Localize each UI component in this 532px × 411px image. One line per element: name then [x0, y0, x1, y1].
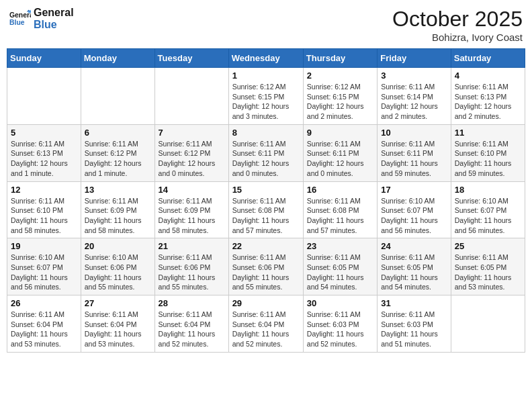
day-info: Sunrise: 6:11 AM Sunset: 6:05 PM Dayligh… — [307, 253, 373, 292]
day-cell: 26Sunrise: 6:11 AM Sunset: 6:04 PM Dayli… — [7, 295, 81, 353]
day-number: 15 — [232, 185, 300, 195]
weekday-header-tuesday: Tuesday — [154, 49, 228, 68]
day-cell: 15Sunrise: 6:11 AM Sunset: 6:08 PM Dayli… — [228, 181, 303, 238]
day-number: 26 — [11, 298, 77, 308]
day-info: Sunrise: 6:11 AM Sunset: 6:09 PM Dayligh… — [159, 196, 225, 236]
day-cell — [154, 68, 228, 125]
day-cell: 27Sunrise: 6:11 AM Sunset: 6:04 PM Dayli… — [81, 295, 154, 353]
day-number: 4 — [455, 71, 521, 81]
day-cell: 25Sunrise: 6:11 AM Sunset: 6:05 PM Dayli… — [451, 238, 525, 295]
day-cell: 20Sunrise: 6:10 AM Sunset: 6:06 PM Dayli… — [81, 238, 154, 295]
day-info: Sunrise: 6:10 AM Sunset: 6:06 PM Dayligh… — [85, 253, 151, 292]
weekday-header-sunday: Sunday — [7, 49, 81, 68]
day-number: 2 — [307, 71, 373, 81]
day-number: 30 — [307, 298, 373, 308]
day-info: Sunrise: 6:11 AM Sunset: 6:11 PM Dayligh… — [381, 139, 447, 179]
day-info: Sunrise: 6:11 AM Sunset: 6:11 PM Dayligh… — [307, 139, 373, 179]
day-info: Sunrise: 6:11 AM Sunset: 6:04 PM Dayligh… — [11, 310, 77, 349]
day-info: Sunrise: 6:11 AM Sunset: 6:05 PM Dayligh… — [455, 253, 521, 292]
day-info: Sunrise: 6:10 AM Sunset: 6:07 PM Dayligh… — [11, 253, 77, 292]
logo-general: General — [34, 7, 74, 19]
week-row-5: 26Sunrise: 6:11 AM Sunset: 6:04 PM Dayli… — [7, 295, 525, 353]
day-number: 27 — [85, 298, 151, 308]
day-info: Sunrise: 6:11 AM Sunset: 6:08 PM Dayligh… — [232, 196, 300, 236]
day-number: 18 — [455, 185, 521, 195]
day-info: Sunrise: 6:11 AM Sunset: 6:09 PM Dayligh… — [85, 196, 151, 236]
day-number: 14 — [159, 185, 225, 195]
day-cell: 4Sunrise: 6:11 AM Sunset: 6:13 PM Daylig… — [451, 68, 525, 125]
weekday-header-wednesday: Wednesday — [228, 49, 303, 68]
day-number: 12 — [11, 185, 77, 195]
day-cell: 17Sunrise: 6:10 AM Sunset: 6:07 PM Dayli… — [378, 181, 451, 238]
day-cell: 22Sunrise: 6:11 AM Sunset: 6:06 PM Dayli… — [228, 238, 303, 295]
day-cell: 14Sunrise: 6:11 AM Sunset: 6:09 PM Dayli… — [154, 181, 228, 238]
day-number: 24 — [381, 241, 447, 251]
weekday-header-saturday: Saturday — [451, 49, 525, 68]
week-row-3: 12Sunrise: 6:11 AM Sunset: 6:10 PM Dayli… — [7, 181, 525, 238]
day-info: Sunrise: 6:11 AM Sunset: 6:10 PM Dayligh… — [455, 139, 521, 179]
day-number: 19 — [11, 241, 77, 251]
svg-text:General: General — [9, 11, 31, 19]
day-cell: 24Sunrise: 6:11 AM Sunset: 6:05 PM Dayli… — [378, 238, 451, 295]
logo-icon: General Blue — [9, 9, 31, 28]
day-info: Sunrise: 6:11 AM Sunset: 6:04 PM Dayligh… — [232, 310, 300, 349]
day-info: Sunrise: 6:11 AM Sunset: 6:11 PM Dayligh… — [232, 139, 300, 179]
month-title: October 2025 — [392, 7, 523, 32]
logo-blue: Blue — [34, 19, 74, 31]
day-number: 5 — [11, 128, 77, 138]
day-number: 10 — [381, 128, 447, 138]
day-cell: 2Sunrise: 6:12 AM Sunset: 6:15 PM Daylig… — [303, 68, 377, 125]
day-cell: 16Sunrise: 6:11 AM Sunset: 6:08 PM Dayli… — [303, 181, 377, 238]
day-cell — [451, 295, 525, 353]
day-cell: 5Sunrise: 6:11 AM Sunset: 6:13 PM Daylig… — [7, 124, 81, 181]
day-info: Sunrise: 6:11 AM Sunset: 6:13 PM Dayligh… — [11, 139, 77, 179]
day-number: 16 — [307, 185, 373, 195]
day-info: Sunrise: 6:11 AM Sunset: 6:12 PM Dayligh… — [159, 139, 225, 179]
day-info: Sunrise: 6:11 AM Sunset: 6:05 PM Dayligh… — [381, 253, 447, 292]
day-number: 6 — [85, 128, 151, 138]
day-number: 25 — [455, 241, 521, 251]
day-number: 7 — [159, 128, 225, 138]
day-info: Sunrise: 6:12 AM Sunset: 6:15 PM Dayligh… — [307, 82, 373, 122]
day-cell: 7Sunrise: 6:11 AM Sunset: 6:12 PM Daylig… — [154, 124, 228, 181]
week-row-2: 5Sunrise: 6:11 AM Sunset: 6:13 PM Daylig… — [7, 124, 525, 181]
day-info: Sunrise: 6:11 AM Sunset: 6:06 PM Dayligh… — [232, 253, 300, 292]
day-info: Sunrise: 6:11 AM Sunset: 6:06 PM Dayligh… — [159, 253, 225, 292]
page-header: General Blue General Blue October 2025 B… — [7, 7, 525, 43]
weekday-header-thursday: Thursday — [303, 49, 377, 68]
day-info: Sunrise: 6:11 AM Sunset: 6:04 PM Dayligh… — [159, 310, 225, 349]
weekday-header-friday: Friday — [378, 49, 451, 68]
day-cell: 9Sunrise: 6:11 AM Sunset: 6:11 PM Daylig… — [303, 124, 377, 181]
day-cell: 1Sunrise: 6:12 AM Sunset: 6:15 PM Daylig… — [228, 68, 303, 125]
day-cell — [81, 68, 154, 125]
title-block: October 2025 Bohizra, Ivory Coast — [392, 7, 523, 43]
day-number: 9 — [307, 128, 373, 138]
day-cell: 6Sunrise: 6:11 AM Sunset: 6:12 PM Daylig… — [81, 124, 154, 181]
day-cell: 10Sunrise: 6:11 AM Sunset: 6:11 PM Dayli… — [378, 124, 451, 181]
day-cell: 21Sunrise: 6:11 AM Sunset: 6:06 PM Dayli… — [154, 238, 228, 295]
day-info: Sunrise: 6:11 AM Sunset: 6:12 PM Dayligh… — [85, 139, 151, 179]
day-number: 8 — [232, 128, 300, 138]
weekday-header-monday: Monday — [81, 49, 154, 68]
day-info: Sunrise: 6:11 AM Sunset: 6:13 PM Dayligh… — [455, 82, 521, 122]
logo: General Blue General Blue — [9, 7, 74, 32]
day-number: 20 — [85, 241, 151, 251]
day-number: 13 — [85, 185, 151, 195]
day-cell: 28Sunrise: 6:11 AM Sunset: 6:04 PM Dayli… — [154, 295, 228, 353]
day-cell: 30Sunrise: 6:11 AM Sunset: 6:03 PM Dayli… — [303, 295, 377, 353]
calendar-table: SundayMondayTuesdayWednesdayThursdayFrid… — [7, 48, 525, 353]
day-info: Sunrise: 6:11 AM Sunset: 6:10 PM Dayligh… — [11, 196, 77, 236]
day-cell: 8Sunrise: 6:11 AM Sunset: 6:11 PM Daylig… — [228, 124, 303, 181]
day-number: 17 — [381, 185, 447, 195]
day-cell: 12Sunrise: 6:11 AM Sunset: 6:10 PM Dayli… — [7, 181, 81, 238]
day-cell: 29Sunrise: 6:11 AM Sunset: 6:04 PM Dayli… — [228, 295, 303, 353]
day-info: Sunrise: 6:11 AM Sunset: 6:14 PM Dayligh… — [381, 82, 447, 122]
svg-text:Blue: Blue — [9, 19, 25, 26]
day-number: 22 — [232, 241, 300, 251]
week-row-4: 19Sunrise: 6:10 AM Sunset: 6:07 PM Dayli… — [7, 238, 525, 295]
day-number: 23 — [307, 241, 373, 251]
weekday-header-row: SundayMondayTuesdayWednesdayThursdayFrid… — [7, 49, 525, 68]
day-cell — [7, 68, 81, 125]
day-info: Sunrise: 6:11 AM Sunset: 6:03 PM Dayligh… — [307, 310, 373, 349]
day-number: 28 — [159, 298, 225, 308]
